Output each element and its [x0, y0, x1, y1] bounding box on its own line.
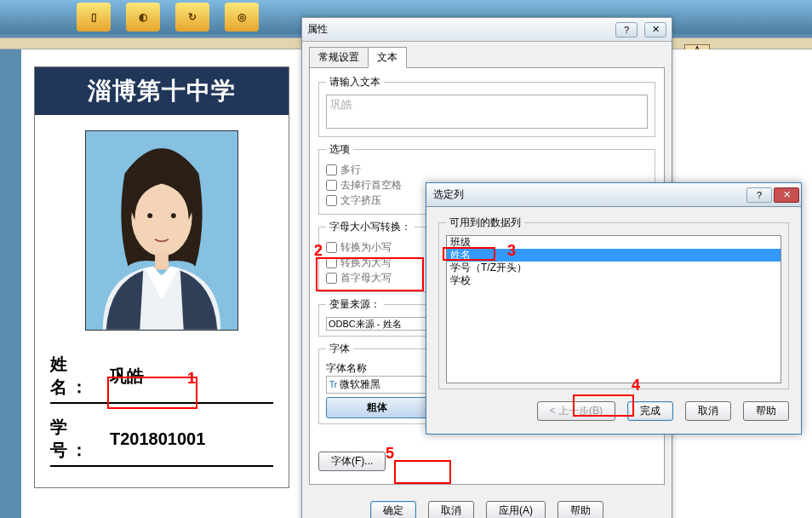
anno-4: 4	[632, 377, 640, 394]
tab-text[interactable]: 文本	[368, 47, 407, 68]
anno-2: 2	[314, 242, 323, 260]
cancel-button[interactable]: 取消	[685, 401, 731, 421]
tool-contrast-icon[interactable]: ◐	[126, 3, 160, 32]
input-text-group: 请输入文本	[318, 75, 655, 137]
back-button: < 上一步(B)	[537, 401, 615, 421]
id-card[interactable]: 淄博第十中学 姓名： 巩皓	[34, 66, 289, 488]
id-value[interactable]: T201801001	[110, 429, 205, 449]
id-label: 学号：	[50, 416, 110, 462]
columns-group: 可用到的数据列 班级 姓名 学号（T/Z开头） 学校	[438, 216, 789, 389]
cancel-button[interactable]: 取消	[428, 501, 474, 518]
help-button[interactable]: 帮助	[558, 501, 603, 518]
text-input[interactable]	[326, 95, 648, 129]
svg-rect-5	[155, 253, 169, 270]
tool-bookmark-icon[interactable]: ▯	[77, 3, 111, 32]
name-row: 姓名： 巩皓	[50, 353, 273, 404]
anno-3: 3	[507, 242, 516, 260]
name-label: 姓名：	[50, 353, 110, 399]
bold-button[interactable]: 粗体	[326, 397, 428, 418]
id-photo[interactable]	[85, 130, 238, 331]
help-button[interactable]: 帮助	[743, 401, 789, 421]
tab-general[interactable]: 常规设置	[309, 47, 369, 68]
list-item[interactable]: 学校	[447, 274, 781, 287]
case-legend: 字母大小写转换：	[326, 220, 415, 234]
person-silhouette	[86, 131, 237, 330]
help-icon[interactable]: ?	[615, 22, 638, 37]
properties-titlebar[interactable]: 属性 ? ✕	[302, 18, 672, 42]
list-item[interactable]: 学号（T/Z开头）	[447, 262, 781, 274]
close-icon[interactable]: ✕	[774, 187, 799, 203]
options-legend: 选项	[326, 142, 353, 157]
help-icon[interactable]: ?	[746, 187, 772, 203]
font-name-value: 微软雅黑	[340, 377, 380, 392]
font-legend: 字体	[326, 342, 353, 356]
name-value[interactable]: 巩皓	[110, 365, 144, 388]
font-dialog-button[interactable]: 字体(F)...	[318, 452, 386, 471]
anno-5: 5	[386, 445, 394, 463]
properties-title: 属性	[307, 22, 328, 37]
ok-button[interactable]: 确定	[370, 501, 416, 518]
svg-point-3	[147, 213, 152, 218]
list-item[interactable]: 姓名	[447, 249, 781, 262]
tool-loop-icon[interactable]: ↻	[175, 3, 209, 32]
svg-point-4	[171, 213, 176, 218]
select-col-title: 选定列	[433, 187, 464, 202]
apply-button[interactable]: 应用(A)	[486, 501, 546, 518]
var-source-legend: 变量来源：	[326, 297, 384, 312]
truetype-icon: Tr	[329, 380, 337, 389]
finish-button[interactable]: 完成	[627, 401, 673, 421]
list-item[interactable]: 班级	[447, 236, 781, 249]
font-name-field[interactable]: Tr 微软雅黑	[326, 376, 428, 394]
card-school-name: 淄博第十中学	[35, 67, 289, 115]
input-text-label: 请输入文本	[326, 75, 384, 89]
var-source-select[interactable]	[326, 317, 428, 331]
anno-1: 1	[187, 370, 196, 388]
select-column-dialog: 选定列 ? ✕ 可用到的数据列 班级 姓名 学号（T/Z开头） 学校 < 上一步…	[426, 182, 802, 435]
tool-cd-icon[interactable]: ◎	[225, 3, 259, 32]
close-icon[interactable]: ✕	[644, 22, 666, 37]
student-id-row: 学号： T201801001	[50, 416, 273, 467]
select-col-titlebar[interactable]: 选定列 ? ✕	[426, 183, 801, 207]
option-multiline[interactable]: 多行	[326, 163, 648, 177]
columns-legend: 可用到的数据列	[446, 216, 524, 230]
id-fields: 姓名： 巩皓 学号： T201801001	[50, 353, 273, 467]
columns-listbox[interactable]: 班级 姓名 学号（T/Z开头） 学校	[446, 235, 781, 383]
